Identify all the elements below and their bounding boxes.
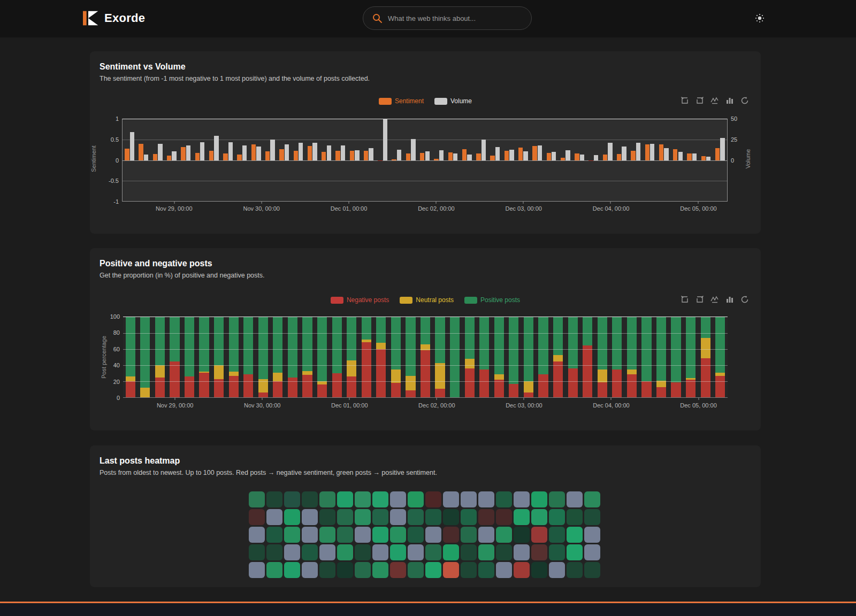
- post-cell[interactable]: [302, 562, 318, 578]
- post-cell[interactable]: [266, 527, 282, 543]
- post-cell[interactable]: [531, 509, 547, 525]
- post-cell[interactable]: [284, 562, 300, 578]
- post-cell[interactable]: [567, 544, 583, 560]
- post-cell[interactable]: [355, 562, 371, 578]
- post-cell[interactable]: [443, 562, 459, 578]
- post-cell[interactable]: [531, 527, 547, 543]
- zoom-in-icon[interactable]: [681, 295, 689, 304]
- post-cell[interactable]: [319, 562, 335, 578]
- post-cell[interactable]: [531, 491, 547, 507]
- post-cell[interactable]: [549, 544, 565, 560]
- line-chart-icon[interactable]: [710, 96, 719, 105]
- post-cell[interactable]: [302, 491, 318, 507]
- bar-chart-icon[interactable]: [725, 295, 734, 304]
- post-cell[interactable]: [355, 509, 371, 525]
- post-cell[interactable]: [584, 562, 600, 578]
- post-cell[interactable]: [408, 491, 424, 507]
- refresh-icon[interactable]: [740, 96, 749, 105]
- post-cell[interactable]: [390, 562, 406, 578]
- post-cell[interactable]: [302, 527, 318, 543]
- post-cell[interactable]: [355, 527, 371, 543]
- post-cell[interactable]: [355, 491, 371, 507]
- post-cell[interactable]: [319, 544, 335, 560]
- post-cell[interactable]: [496, 544, 512, 560]
- post-cell[interactable]: [425, 544, 441, 560]
- post-cell[interactable]: [567, 509, 583, 525]
- post-cell[interactable]: [408, 527, 424, 543]
- post-cell[interactable]: [443, 509, 459, 525]
- post-cell[interactable]: [249, 491, 265, 507]
- post-cell[interactable]: [549, 562, 565, 578]
- post-cell[interactable]: [443, 491, 459, 507]
- post-cell[interactable]: [319, 509, 335, 525]
- post-cell[interactable]: [408, 509, 424, 525]
- post-cell[interactable]: [284, 509, 300, 525]
- post-cell[interactable]: [461, 491, 477, 507]
- legend-item[interactable]: Negative posts: [331, 296, 389, 304]
- zoom-reset-icon[interactable]: [696, 295, 704, 304]
- post-cell[interactable]: [461, 544, 477, 560]
- post-cell[interactable]: [461, 527, 477, 543]
- post-cell[interactable]: [390, 544, 406, 560]
- post-cell[interactable]: [355, 544, 371, 560]
- post-cell[interactable]: [531, 562, 547, 578]
- post-cell[interactable]: [249, 509, 265, 525]
- post-cell[interactable]: [425, 527, 441, 543]
- stacked-posts-plot[interactable]: [123, 317, 728, 398]
- post-cell[interactable]: [372, 562, 388, 578]
- legend-item[interactable]: Neutral posts: [400, 296, 454, 304]
- post-cell[interactable]: [425, 562, 441, 578]
- legend-item[interactable]: Volume: [434, 97, 472, 105]
- post-cell[interactable]: [514, 544, 530, 560]
- post-cell[interactable]: [266, 562, 282, 578]
- theme-toggle-button[interactable]: [752, 11, 767, 26]
- post-cell[interactable]: [461, 562, 477, 578]
- post-cell[interactable]: [319, 527, 335, 543]
- post-cell[interactable]: [461, 509, 477, 525]
- post-cell[interactable]: [567, 491, 583, 507]
- post-cell[interactable]: [443, 544, 459, 560]
- post-cell[interactable]: [567, 562, 583, 578]
- post-cell[interactable]: [425, 491, 441, 507]
- search-input[interactable]: [388, 14, 523, 22]
- post-cell[interactable]: [514, 562, 530, 578]
- sentiment-volume-plot[interactable]: [122, 119, 728, 202]
- post-cell[interactable]: [337, 527, 353, 543]
- post-cell[interactable]: [496, 491, 512, 507]
- post-cell[interactable]: [478, 491, 494, 507]
- post-cell[interactable]: [496, 562, 512, 578]
- post-cell[interactable]: [390, 491, 406, 507]
- post-cell[interactable]: [390, 509, 406, 525]
- post-cell[interactable]: [337, 491, 353, 507]
- post-cell[interactable]: [249, 544, 265, 560]
- post-cell[interactable]: [408, 544, 424, 560]
- post-cell[interactable]: [584, 509, 600, 525]
- line-chart-icon[interactable]: [710, 295, 719, 304]
- post-cell[interactable]: [337, 509, 353, 525]
- post-cell[interactable]: [584, 527, 600, 543]
- legend-item[interactable]: Positive posts: [464, 296, 520, 304]
- post-cell[interactable]: [514, 509, 530, 525]
- post-cell[interactable]: [496, 509, 512, 525]
- post-cell[interactable]: [390, 527, 406, 543]
- post-cell[interactable]: [514, 527, 530, 543]
- post-cell[interactable]: [549, 491, 565, 507]
- post-cell[interactable]: [567, 527, 583, 543]
- post-cell[interactable]: [284, 491, 300, 507]
- zoom-in-icon[interactable]: [681, 96, 689, 105]
- post-cell[interactable]: [531, 544, 547, 560]
- post-cell[interactable]: [284, 527, 300, 543]
- post-cell[interactable]: [584, 544, 600, 560]
- post-cell[interactable]: [249, 562, 265, 578]
- post-cell[interactable]: [372, 509, 388, 525]
- post-cell[interactable]: [549, 527, 565, 543]
- exorde-logo[interactable]: Exorde: [83, 9, 145, 27]
- post-cell[interactable]: [408, 562, 424, 578]
- post-cell[interactable]: [584, 491, 600, 507]
- legend-item[interactable]: Sentiment: [379, 97, 424, 105]
- post-cell[interactable]: [496, 527, 512, 543]
- post-cell[interactable]: [337, 544, 353, 560]
- post-cell[interactable]: [478, 562, 494, 578]
- refresh-icon[interactable]: [740, 295, 749, 304]
- post-cell[interactable]: [302, 509, 318, 525]
